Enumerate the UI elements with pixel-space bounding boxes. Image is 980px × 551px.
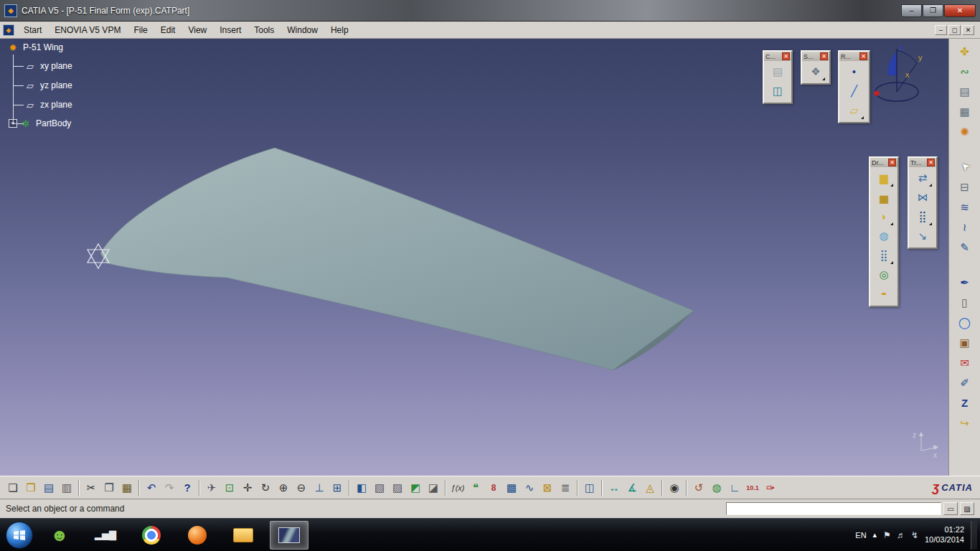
toolbar-close-button[interactable]: ✕ [927, 159, 935, 166]
dome-feature-icon[interactable]: ◓ [875, 286, 892, 302]
toolbar-close-button[interactable]: ✕ [782, 52, 790, 60]
fly-mode-icon[interactable]: ✈ [203, 479, 220, 496]
cut-icon[interactable]: ✂ [83, 479, 100, 496]
compass-origin[interactable] [875, 91, 880, 96]
toolbar-handle[interactable]: Tr... ✕ [909, 158, 936, 167]
sphere-feature-icon[interactable]: ◎ [875, 266, 892, 283]
new-file-icon[interactable]: ❏ [4, 479, 22, 496]
graph-tree-button[interactable]: ▨ [960, 502, 974, 515]
analysis-graph-icon[interactable]: ∿ [521, 479, 538, 496]
show-desktop-button[interactable] [971, 521, 977, 550]
toolbar-handle[interactable]: R... ✕ [839, 52, 869, 61]
toolbar-close-button[interactable]: ✕ [888, 159, 896, 166]
hidden-line-view-icon[interactable]: ▨ [389, 479, 406, 496]
toolbar-handle[interactable]: C... ✕ [764, 52, 791, 61]
transformations-toolbar[interactable]: Tr... ✕ ⇄⋈⣿↘ [908, 156, 938, 249]
wireframe-icon[interactable]: ≋ [956, 199, 974, 215]
rectangular-pattern-icon[interactable]: ⣿ [914, 208, 931, 225]
menu-insert[interactable]: Insert [213, 23, 248, 37]
command-options-button[interactable]: ▭ [943, 502, 958, 515]
spline-icon[interactable]: ≀ [956, 219, 974, 235]
start-button[interactable] [6, 522, 33, 549]
toolbar-close-button[interactable]: ✕ [820, 52, 828, 60]
chrome-taskbar-button[interactable] [132, 521, 171, 550]
menu-help[interactable]: Help [324, 23, 355, 37]
normal-view-icon[interactable]: ⊥ [311, 479, 328, 496]
mail-icon[interactable]: ✉ [956, 354, 974, 371]
show-hidden-icons-button[interactable]: ▴ [873, 530, 877, 540]
plane-tool-icon[interactable]: ▱ [846, 102, 863, 118]
copy-icon[interactable]: ❐ [100, 479, 118, 496]
pocket-icon[interactable]: ▅ [875, 189, 892, 205]
zoom-in-icon[interactable]: ⊕ [275, 479, 292, 496]
redo-icon[interactable]: ↷ [161, 479, 178, 496]
messenger-taskbar-button[interactable]: ☻ [40, 521, 79, 550]
formula-icon[interactable]: ƒ(x) [449, 479, 466, 496]
tree-node-xy-plane[interactable]: ▱ xy plane [24, 60, 72, 72]
multi-view-icon[interactable]: ⊞ [329, 479, 346, 496]
clock[interactable]: 01:22 10/03/2014 [925, 525, 964, 545]
close-button[interactable]: ✕ [944, 4, 976, 17]
compass[interactable]: z y x [865, 40, 925, 106]
maximize-button[interactable]: ❐ [923, 4, 943, 17]
sketcher-icon[interactable]: ✎ [956, 239, 974, 255]
view-mode-toolbar[interactable]: S... ✕ ❖ [801, 50, 831, 85]
media-player-taskbar-button[interactable] [178, 521, 217, 550]
volume-icon[interactable]: ♬ [897, 530, 905, 540]
shape-workbench-icon[interactable]: ✤ [956, 43, 974, 60]
whats-this-icon[interactable]: ? [179, 479, 196, 496]
menu-enovia[interactable]: ENOVIA V5 VPM [48, 23, 127, 37]
shaft-icon[interactable]: ◗ [875, 208, 892, 225]
catia-taskbar-button[interactable] [270, 521, 308, 550]
isometric-view-icon[interactable]: ❖ [807, 63, 824, 80]
toolbar-handle[interactable]: S... ✕ [802, 52, 829, 61]
equalizer-taskbar-button[interactable]: ▂▅▇ [86, 521, 125, 550]
catalog-icon[interactable]: ◫ [581, 479, 598, 496]
doc-restore-button[interactable]: ◻ [948, 25, 961, 35]
pan-icon[interactable]: ✛ [239, 479, 256, 496]
doc-close-button[interactable]: ✕ [962, 25, 974, 35]
catalog-browser-icon[interactable]: ▤ [769, 63, 786, 80]
menu-window[interactable]: Window [281, 23, 324, 37]
plane-grid-icon[interactable]: ⊟ [956, 179, 974, 195]
menu-tools[interactable]: Tools [248, 23, 281, 37]
relations-icon[interactable]: ≣ [557, 479, 574, 496]
print-icon[interactable]: ▥ [58, 479, 75, 496]
tree-node-partbody[interactable]: ✲ PartBody [20, 118, 71, 129]
scale-ratio-icon[interactable]: 10.1 [744, 479, 761, 496]
line-tool-icon[interactable]: ╱ [846, 83, 863, 99]
undo-icon[interactable]: ↶ [143, 479, 160, 496]
comment-icon[interactable]: ❝ [467, 479, 484, 496]
tree-node-root[interactable]: ✹ P-51 Wing [7, 42, 63, 53]
grid-panel-icon[interactable]: ▤ [956, 83, 974, 100]
axis-system-icon[interactable]: ∟ [726, 479, 743, 496]
scaling-icon[interactable]: ↘ [914, 227, 931, 244]
point-tool-icon[interactable]: • [846, 63, 863, 80]
reference-elements-toolbar[interactable]: R... ✕ •╱▱ [838, 50, 870, 123]
camera-capture-icon[interactable]: ◉ [666, 479, 683, 496]
rotate-icon[interactable]: ↻ [257, 479, 274, 496]
sweep-surface-icon[interactable]: ∾ [956, 63, 974, 80]
minimize-button[interactable]: – [901, 4, 922, 17]
knowledge-inspector-icon[interactable]: 8 [485, 479, 502, 496]
command-input[interactable] [726, 502, 941, 515]
zoom-out-icon[interactable]: ⊖ [293, 479, 310, 496]
toolbar-close-button[interactable]: ✕ [859, 52, 867, 60]
wing-surface[interactable] [100, 148, 694, 370]
mirror-icon[interactable]: ⋈ [914, 189, 931, 205]
lock-icon[interactable]: ⊠ [539, 479, 556, 496]
ink-pen-icon[interactable]: ✑ [762, 479, 779, 496]
features-toolbar[interactable]: Dr... ✕ ▆▅◗◍⣿◎◓ [869, 156, 899, 307]
open-folder-icon[interactable]: ❒ [22, 479, 39, 496]
circle-tool-icon[interactable]: ◯ [956, 314, 974, 331]
menu-view[interactable]: View [182, 23, 213, 37]
menu-file[interactable]: File [127, 23, 154, 37]
menu-start[interactable]: Start [17, 23, 48, 37]
expand-node-button[interactable]: + [9, 119, 17, 128]
language-indicator[interactable]: EN [855, 531, 866, 540]
save-icon[interactable]: ▤ [40, 479, 57, 496]
catalog-toolbar[interactable]: C... ✕ ▤◫ [763, 50, 793, 104]
zoom-letter-icon[interactable]: Z [956, 395, 974, 411]
measure-inertia-icon[interactable]: ◬ [641, 479, 659, 496]
catalog-table-icon[interactable]: ◫ [769, 83, 786, 99]
